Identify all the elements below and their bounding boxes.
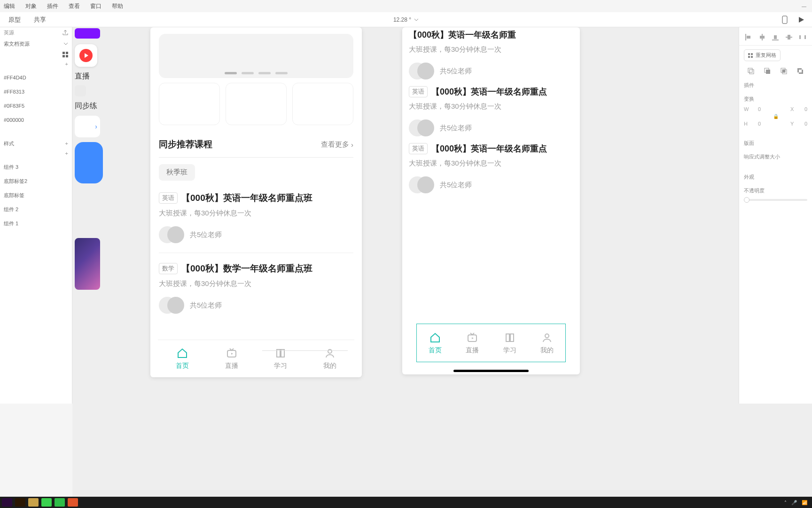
canvas[interactable]: 直播 同步练 › 同步推荐课程 查看更多 › 秋 [72, 27, 812, 508]
tab-profile[interactable]: 我的 [305, 340, 355, 377]
see-more-link[interactable]: 查看更多 › [321, 140, 353, 149]
distribute-h-icon[interactable] [799, 34, 806, 40]
hero-carousel[interactable] [159, 34, 353, 78]
taskbar-app[interactable] [68, 498, 78, 507]
mode-share[interactable]: 共享 [34, 16, 46, 24]
course-item[interactable]: 英语 【000秋】英语一年级名师重点 大班授课，每30分钟休息一次 共5位老师 [409, 84, 573, 141]
bool-union-icon[interactable] [748, 68, 754, 74]
taskbar-app[interactable] [41, 498, 52, 507]
course-item[interactable]: 英语 【000秋】英语一年级名师重点班 大班授课，每30分钟休息一次 共5位老师 [159, 187, 353, 258]
left-panel: 英源 索文档资源 + #FF4D4D #FF8313 #0F83F5 #0000… [0, 27, 72, 404]
align-bottom-icon[interactable] [772, 34, 779, 40]
menu-help[interactable]: 帮助 [112, 2, 123, 10]
svg-rect-22 [751, 56, 753, 58]
width-value[interactable]: 0 [758, 106, 761, 112]
tray-mic-icon[interactable]: 🎤 [791, 500, 797, 505]
chevron-down-icon[interactable] [63, 42, 68, 45]
home-icon [429, 332, 441, 343]
bool-intersect-icon[interactable] [781, 68, 787, 74]
minimize-icon[interactable] [802, 7, 806, 7]
section-title: 同步推荐课程 [159, 138, 212, 151]
menu-object[interactable]: 对象 [25, 2, 37, 10]
svg-rect-23 [748, 68, 752, 72]
svg-rect-20 [751, 53, 753, 55]
season-chip[interactable]: 秋季班 [159, 164, 195, 181]
taskbar-app[interactable] [55, 498, 65, 507]
tab-home[interactable]: 首页 [158, 340, 207, 377]
teacher-count: 共5位老师 [440, 124, 472, 133]
course-item[interactable]: 英语 【000秋】英语一年级名师重点 大班授课，每30分钟休息一次 共5位老师 [409, 141, 573, 198]
system-tray: ˄ 🎤 📶 [784, 500, 812, 505]
peek-live-label: 直播 [75, 71, 103, 81]
color-swatch[interactable]: #FF4D4D [4, 75, 26, 80]
svg-rect-2 [66, 52, 68, 54]
course-title-text: 【000秋】英语一年级名师重点班 [181, 192, 312, 204]
quick-entry[interactable] [292, 83, 353, 125]
align-left-icon[interactable] [745, 34, 752, 40]
tab-study[interactable]: 学习 [256, 340, 305, 377]
tray-wifi-icon[interactable]: 📶 [802, 500, 807, 505]
repeat-grid-button[interactable]: 重复网格 [744, 49, 781, 61]
mode-prototype[interactable]: 原型 [8, 16, 21, 24]
transform-label: 变换 [739, 91, 812, 104]
tab-live[interactable]: 直播 [454, 324, 492, 362]
tab-profile[interactable]: 我的 [529, 324, 566, 362]
component-item[interactable]: 底部标签2 [0, 174, 72, 188]
taskbar-app[interactable] [2, 498, 12, 507]
plugin-label: 插件 [739, 77, 812, 91]
teacher-avatars [159, 297, 184, 314]
bool-exclude-icon[interactable] [797, 68, 804, 74]
bool-subtract-icon[interactable] [764, 68, 771, 74]
svg-rect-4 [66, 55, 68, 57]
svg-rect-1 [62, 52, 65, 54]
tab-study[interactable]: 学习 [491, 324, 529, 362]
add-color-button[interactable]: + [0, 61, 72, 71]
artboard-list[interactable]: 【000秋】英语一年级名师重 大班授课，每30分钟休息一次 共5位老师 英语 【… [402, 27, 580, 374]
teacher-count: 共5位老师 [190, 301, 222, 310]
tab-live[interactable]: 直播 [207, 340, 257, 377]
taskbar-app[interactable] [28, 498, 39, 507]
opacity-slider[interactable] [744, 199, 807, 201]
quick-entry[interactable] [226, 83, 287, 125]
tray-chevron-icon[interactable]: ˄ [784, 500, 787, 505]
component-item[interactable]: 组件 1 [0, 216, 72, 230]
align-center-v-icon[interactable] [786, 34, 792, 40]
color-swatch[interactable]: #FF8313 [4, 89, 24, 95]
taskbar-app[interactable] [15, 498, 25, 507]
layout-label: 版面 [739, 135, 812, 149]
course-desc: 大班授课，每30分钟休息一次 [159, 209, 353, 218]
lock-icon[interactable]: 🔒 [739, 114, 812, 119]
carousel-dots [225, 72, 288, 74]
add-style-button[interactable]: + [0, 151, 72, 160]
menu-plugin[interactable]: 插件 [47, 2, 58, 10]
color-swatch[interactable]: #0F83F5 [4, 103, 24, 109]
menu-view[interactable]: 查看 [69, 2, 80, 10]
grid-view-icon[interactable] [62, 52, 68, 57]
menu-edit[interactable]: 编辑 [4, 2, 15, 10]
tv-icon [226, 348, 237, 359]
export-icon[interactable] [62, 30, 68, 35]
component-item[interactable]: 组件 3 [0, 160, 72, 174]
svg-point-6 [328, 349, 332, 353]
device-icon[interactable] [782, 16, 788, 24]
height-value[interactable]: 0 [758, 121, 761, 127]
quick-entry[interactable] [159, 83, 220, 125]
svg-rect-0 [782, 16, 787, 24]
teacher-avatars [159, 226, 184, 243]
course-item[interactable]: 【000秋】英语一年级名师重 大班授课，每30分钟休息一次 共5位老师 [409, 27, 573, 84]
zoom-control[interactable]: 12.28 ° [393, 16, 419, 23]
color-swatch[interactable]: #000000 [4, 117, 24, 123]
component-item[interactable]: 底部标签 [0, 188, 72, 202]
menu-window[interactable]: 窗口 [90, 2, 102, 10]
doc-assets[interactable]: 索文档资源 [4, 40, 30, 48]
quick-entry-row [159, 83, 353, 125]
course-item[interactable]: 数学 【000秋】数学一年级名师重点班 大班授课，每30分钟休息一次 共5位老师 [159, 258, 353, 318]
component-item[interactable]: 组件 2 [0, 202, 72, 216]
bottom-tabbar-selected[interactable]: 首页 直播 学习 我的 [416, 324, 566, 362]
play-icon[interactable] [798, 16, 804, 23]
artboard-home[interactable]: 同步推荐课程 查看更多 › 秋季班 英语 【000秋】英语一年级名师重点班 大班… [150, 27, 362, 377]
y-value[interactable]: 0 [804, 121, 807, 127]
tab-home[interactable]: 首页 [416, 324, 454, 362]
x-value[interactable]: 0 [804, 106, 807, 112]
align-center-h-icon[interactable] [759, 34, 765, 40]
